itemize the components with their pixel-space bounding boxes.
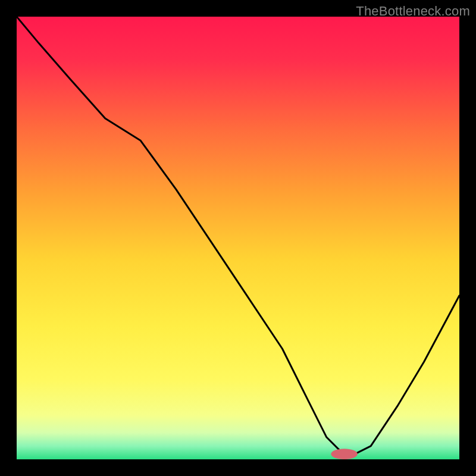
chart-frame: TheBottleneck.com <box>0 0 476 476</box>
plot-svg <box>17 17 459 459</box>
gradient-background <box>17 17 459 459</box>
plot-area <box>17 17 459 459</box>
optimal-marker <box>331 449 358 459</box>
